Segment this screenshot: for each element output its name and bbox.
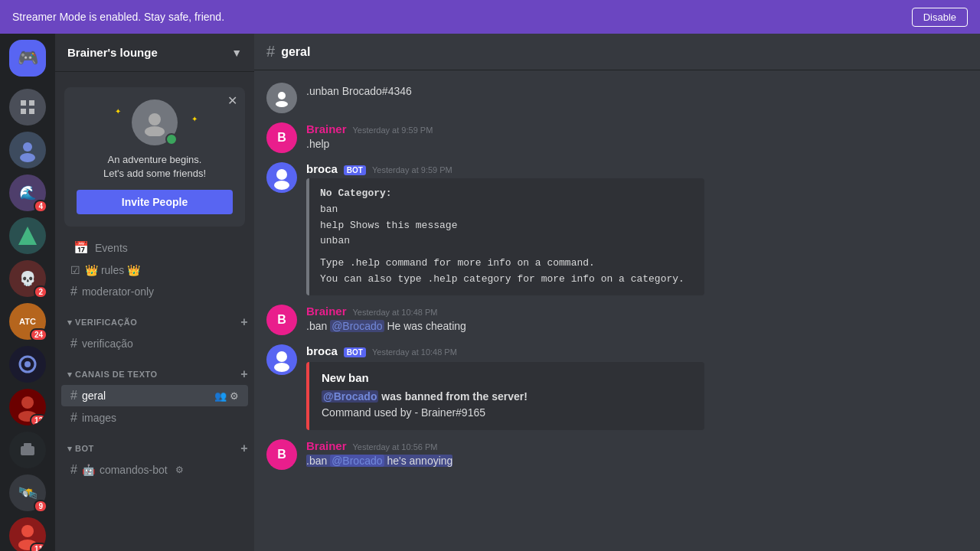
sidebar-item-events[interactable]: 📅 Events bbox=[61, 236, 248, 259]
channel-item-rules[interactable]: ☑ 👑 rules 👑 bbox=[61, 260, 248, 280]
message-header-broca: broca BOT Yesterday at 9:59 PM bbox=[306, 162, 968, 175]
server-badge-10: 9 bbox=[34, 500, 47, 513]
server-icon-11[interactable]: 11 bbox=[9, 517, 46, 551]
chat-header: # geral bbox=[254, 34, 980, 70]
discord-home-icon[interactable]: 🎮 bbox=[9, 40, 46, 77]
invite-avatar bbox=[132, 99, 178, 145]
channel-action-icons: 👥 ⚙ bbox=[214, 390, 239, 402]
svg-point-4 bbox=[23, 142, 32, 152]
settings-bot-icon: ⚙ bbox=[175, 465, 184, 475]
server-badge-11: 11 bbox=[30, 543, 46, 551]
message-author-brainer-2: Brainer bbox=[306, 305, 347, 318]
avatar-brainer-2: B bbox=[266, 305, 297, 335]
channel-item-geral[interactable]: # geral 👥 ⚙ bbox=[61, 385, 248, 406]
message-time-brainer-annoying: Yesterday at 10:56 PM bbox=[353, 442, 438, 452]
avatar-broca-2 bbox=[266, 344, 297, 375]
partial-message-text: .unban Brocado#4346 bbox=[306, 85, 412, 97]
code-category: No Category: bbox=[320, 186, 694, 202]
help-code-block: No Category: ban help Shows this message… bbox=[306, 178, 704, 295]
category-bot[interactable]: ▾ BOT + bbox=[55, 429, 254, 458]
message-text-annoying: .ban @Brocado he's annoying bbox=[306, 454, 968, 469]
disable-streamer-mode-button[interactable]: Disable bbox=[912, 8, 968, 27]
channel-item-verificacao[interactable]: # verificação bbox=[61, 333, 248, 354]
message-group-brainer-ban: B Brainer Yesterday at 10:48 PM .ban @Br… bbox=[254, 302, 980, 338]
message-author-brainer: Brainer bbox=[306, 122, 347, 135]
message-group-brainer-help: B Brainer Yesterday at 9:59 PM .help bbox=[254, 119, 980, 156]
add-channel-icon[interactable]: + bbox=[240, 315, 248, 329]
chevron-down-icon: ▼ bbox=[231, 47, 242, 59]
hash-icon: # bbox=[70, 285, 77, 298]
message-content-brainer-ban: Brainer Yesterday at 10:48 PM .ban @Broc… bbox=[306, 305, 968, 335]
svg-marker-6 bbox=[18, 227, 37, 245]
svg-point-19 bbox=[276, 169, 287, 180]
embed-title: New ban bbox=[322, 371, 692, 384]
server-icon-5[interactable]: 💀 2 bbox=[9, 260, 46, 297]
server-badge-3: 4 bbox=[34, 200, 47, 213]
embed-command-by: Command used by - Brainer#9165 bbox=[322, 406, 485, 419]
svg-point-22 bbox=[274, 363, 289, 372]
avatar-brainer-3: B bbox=[266, 439, 297, 470]
server-header[interactable]: Brainer's lounge ▼ bbox=[55, 34, 254, 72]
channel-item-comandos-bot[interactable]: # 🤖 comandos-bot ⚙ bbox=[61, 459, 248, 481]
message-author-broca-2: broca bbox=[306, 344, 338, 357]
server-icon-atc[interactable]: ATC24 bbox=[9, 303, 46, 340]
ban-embed: New ban @Brocado was banned from the ser… bbox=[306, 362, 704, 430]
message-content-brainer-help: Brainer Yesterday at 9:59 PM .help bbox=[306, 122, 968, 153]
server-icon-7[interactable] bbox=[9, 346, 46, 383]
server-icon-8[interactable]: 12 bbox=[9, 389, 46, 425]
add-channel-text-icon[interactable]: + bbox=[240, 367, 248, 381]
avatar-brainer-1: B bbox=[266, 122, 297, 153]
svg-point-9 bbox=[21, 396, 34, 409]
server-icon-9[interactable] bbox=[9, 432, 46, 468]
channel-item-moderator-only[interactable]: # moderator-only bbox=[61, 281, 248, 302]
svg-point-20 bbox=[274, 181, 289, 190]
server-icon-1[interactable] bbox=[9, 89, 46, 126]
svg-point-21 bbox=[276, 351, 287, 362]
sparkle-right-icon: ✦ bbox=[191, 115, 198, 123]
message-group-brainer-annoying: B Brainer Yesterday at 10:56 PM .ban @Br… bbox=[254, 436, 980, 473]
code-footer-1: Type .help command for more info on a co… bbox=[320, 256, 694, 272]
bot-badge: BOT bbox=[344, 165, 366, 175]
server-icon-3[interactable]: 🌊 4 bbox=[9, 174, 46, 211]
online-indicator bbox=[165, 133, 178, 145]
server-icon-2[interactable] bbox=[9, 132, 46, 168]
invite-people-button[interactable]: Invite People bbox=[77, 190, 233, 214]
server-icon-10[interactable]: 🛰️ 9 bbox=[9, 474, 46, 511]
sidebar: Brainer's lounge ▼ ✕ ✦ ✦ An adventure be… bbox=[55, 34, 254, 551]
message-group-broca-help: broca BOT Yesterday at 9:59 PM No Catego… bbox=[254, 159, 980, 298]
settings-icon[interactable]: ⚙ bbox=[230, 390, 239, 402]
message-header-brainer-ban: Brainer Yesterday at 10:48 PM bbox=[306, 305, 968, 318]
server-list: 🎮 🌊 4 💀 2 ATC24 12 bbox=[0, 34, 55, 551]
svg-point-17 bbox=[278, 92, 286, 99]
svg-point-18 bbox=[276, 101, 288, 107]
svg-point-16 bbox=[145, 126, 165, 136]
message-content-brainer-annoying: Brainer Yesterday at 10:56 PM .ban @Broc… bbox=[306, 439, 968, 470]
message-header-brainer-annoying: Brainer Yesterday at 10:56 PM bbox=[306, 439, 968, 452]
message-author-brainer-3: Brainer bbox=[306, 439, 347, 452]
hash-icon-verificacao: # bbox=[70, 337, 77, 350]
server-icon-4[interactable] bbox=[9, 217, 46, 254]
svg-rect-1 bbox=[29, 100, 34, 106]
category-verificacao[interactable]: ▾ VERIFICAÇÃO + bbox=[55, 303, 254, 332]
message-time-broca: Yesterday at 9:59 PM bbox=[372, 165, 452, 174]
calendar-icon: 📅 bbox=[74, 240, 89, 255]
code-help: help Shows this message bbox=[320, 218, 694, 234]
svg-point-15 bbox=[149, 113, 161, 126]
mention-brocado-1: @Brocado bbox=[330, 320, 384, 332]
add-bot-channel-icon[interactable]: + bbox=[240, 442, 248, 455]
server-badge-5: 2 bbox=[34, 285, 47, 298]
message-time-broca-ban: Yesterday at 10:48 PM bbox=[372, 347, 457, 357]
invite-avatar-container: ✦ ✦ bbox=[77, 99, 233, 145]
channel-name-header: geral bbox=[281, 45, 310, 59]
members-icon[interactable]: 👥 bbox=[214, 390, 227, 402]
mention-brocado-2: @Brocado bbox=[330, 455, 384, 467]
category-canais-de-texto[interactable]: ▾ CANAIS DE TEXTO + bbox=[55, 355, 254, 384]
message-content-broca-ban: broca BOT Yesterday at 10:48 PM New ban … bbox=[306, 344, 968, 430]
invite-card: ✕ ✦ ✦ An adventure begins. Let's add som… bbox=[64, 87, 245, 227]
hash-icon-bot: # bbox=[70, 463, 77, 477]
channel-item-images[interactable]: # images bbox=[61, 407, 248, 429]
embed-banned-text: was banned from the server! bbox=[381, 390, 528, 403]
code-footer-2: You can also type .help category for mor… bbox=[320, 272, 694, 288]
messages-container: .unban Brocado#4346 B Brainer Yesterday … bbox=[254, 70, 980, 551]
invite-card-text: An adventure begins. Let's add some frie… bbox=[77, 153, 233, 181]
